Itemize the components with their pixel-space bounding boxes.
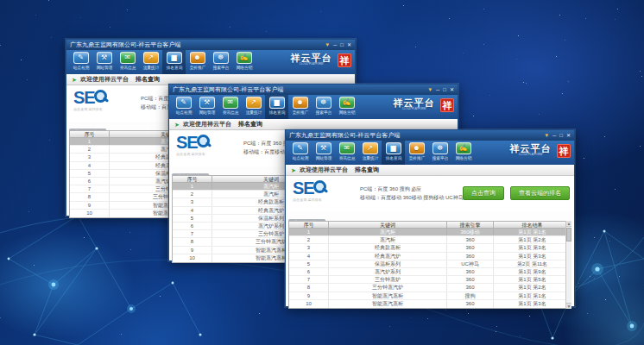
table-row[interactable]: 2蒸汽柜360第1页 第2名 — [289, 236, 571, 244]
window-titlebar[interactable]: 广东九鼎王监网有限公司-祥云平台客户端 ▼ ─ □ ✕ — [66, 40, 355, 50]
toolbar-item-news-info[interactable]: ✉资讯信息 — [218, 95, 242, 119]
close-button[interactable]: ✕ — [566, 132, 571, 139]
table-row[interactable]: 3经典款蒸柜360第1页 第3名 — [289, 244, 571, 252]
toolbar-item-site-check[interactable]: ✎站点检测 — [172, 95, 195, 119]
table-row[interactable]: 9智能蒸汽蒸柜搜狗第1页 第1名 — [289, 292, 571, 300]
window-title: 广东九鼎王监网有限公司-祥云平台客户端 — [289, 131, 540, 140]
brand-logo: 祥云平台 CLOUD PLATFORM 祥 — [390, 98, 454, 112]
toolbar-item-label: 流量统计 — [362, 155, 378, 161]
pencil-icon: ✎ — [176, 97, 192, 109]
app-window-front[interactable]: 广东九鼎王监网有限公司-祥云平台客户端 ▼ ─ □ ✕ ✎站点检测⚒网站管理✉资… — [285, 129, 575, 307]
window-titlebar[interactable]: 广东九鼎王监网有限公司-祥云平台客户端 ▼ ─ □ ✕ — [169, 85, 458, 95]
toolbar-item-news-info[interactable]: ✉资讯信息 — [335, 141, 358, 165]
brand-logo: 祥云平台 CLOUD PLATFORM 祥 — [507, 144, 571, 158]
table-cell: 9 — [173, 247, 212, 254]
window-titlebar[interactable]: 广东九鼎王监网有限公司-祥云平台客户端 ▼ ─ □ ✕ — [286, 130, 574, 141]
toolbar-item-news-info[interactable]: ✉资讯信息 — [116, 50, 139, 74]
toolbar-item-bid-promotion[interactable]: ☻竞价推广 — [405, 141, 428, 165]
table-row[interactable]: 5保温柜系列UC神马第2页 第11名 — [289, 260, 571, 268]
column-header[interactable]: 排名结果 — [494, 222, 571, 228]
window-controls: ▼ ─ □ ✕ — [321, 41, 351, 48]
table-row[interactable]: 7三分钟蒸炉360第1页 第5名 — [289, 276, 571, 284]
scroll-down-icon[interactable]: ▼ — [566, 303, 571, 309]
column-header[interactable]: 序号 — [70, 131, 110, 137]
brand-name: 祥云平台 — [287, 53, 335, 63]
toolbar-item-label: 流量统计 — [142, 65, 159, 71]
table-cell: 智能蒸汽蒸柜 — [329, 292, 447, 299]
table-row[interactable]: 8三分钟蒸汽炉360第1页 第2名 — [289, 284, 571, 292]
toolbar-item-bid-promotion[interactable]: ☻竞价推广 — [288, 95, 312, 119]
close-button[interactable]: ✕ — [347, 41, 351, 48]
close-button[interactable]: ✕ — [450, 86, 454, 93]
seo-wordmark: SE — [176, 133, 198, 152]
toolbar-item-search-platform[interactable]: ☸搜索平台 — [209, 50, 232, 74]
column-header[interactable]: 关键词 — [329, 222, 447, 228]
table-cell: 360 — [447, 276, 494, 283]
table-cell: 蒸汽炉系列 — [329, 268, 447, 275]
toolbar-item-label: 竞价推广 — [189, 65, 205, 71]
maximize-button[interactable]: □ — [340, 41, 344, 48]
toolbar-item-label: 搜索平台 — [432, 155, 448, 161]
bar-chart-icon: ▆ — [269, 97, 285, 109]
toolbar-item-site-manage[interactable]: ⚒网站管理 — [92, 50, 116, 74]
column-header[interactable]: 序号 — [173, 176, 212, 182]
toolbar-item-bid-promotion[interactable]: ☻竞价推广 — [186, 50, 209, 74]
section-title: 排名查询 — [238, 120, 262, 129]
maximize-button[interactable]: □ — [443, 86, 446, 93]
toolbar-item-traffic-stats[interactable]: ↗流量统计 — [358, 141, 382, 165]
toolbar-item-label: 资讯信息 — [338, 155, 355, 161]
toolbar-item-traffic-stats[interactable]: ↗流量统计 — [139, 50, 162, 74]
tools-icon: ⚒ — [97, 52, 112, 64]
toolbar-item-traffic-stats[interactable]: ↗流量统计 — [242, 95, 265, 119]
compass-icon: ☸ — [432, 142, 448, 154]
mouse-icon: ✍ — [456, 142, 471, 154]
table-row[interactable]: 4经典蒸汽炉360第1页 第3名 — [289, 253, 571, 260]
table-cell: 三分钟蒸炉 — [329, 276, 447, 283]
skin-button[interactable]: ▼ — [544, 132, 549, 139]
skin-button[interactable]: ▼ — [427, 86, 432, 93]
brand-subtitle: CLOUD PLATFORM — [300, 63, 323, 66]
query-button[interactable]: 点击查询 — [463, 186, 504, 200]
scrollbar-thumb[interactable] — [566, 228, 571, 242]
maximize-button[interactable]: □ — [559, 132, 563, 139]
brand-text: 祥云平台 CLOUD PLATFORM — [287, 53, 335, 67]
brand-name: 祥云平台 — [507, 144, 554, 154]
table-cell: 360 — [447, 253, 494, 260]
bar-chart-icon: ▆ — [386, 142, 401, 154]
scroll-up-icon[interactable]: ▲ — [566, 221, 571, 227]
table-row[interactable]: 10智能蒸汽蒸柜360第1页 第3名 — [289, 300, 571, 308]
minimize-button[interactable]: ─ — [436, 86, 439, 93]
toolbar-item-site-check[interactable]: ✎站点检测 — [69, 50, 92, 74]
toolbar-item-ranking-query[interactable]: ▆排名查询 — [382, 141, 405, 165]
toolbar-item-ranking-query[interactable]: ▆排名查询 — [162, 50, 186, 74]
toolbar-item-net-marketing[interactable]: ✍网络营销 — [335, 95, 358, 119]
brand-text: 祥云平台 CLOUD PLATFORM — [507, 144, 554, 158]
toolbar-item-site-manage[interactable]: ⚒网站管理 — [195, 95, 218, 119]
toolbar-item-search-platform[interactable]: ☸搜索平台 — [312, 95, 335, 119]
compass-icon: ☸ — [316, 97, 331, 109]
bar-chart-icon: ▆ — [167, 52, 182, 64]
table-row[interactable]: 6蒸汽炉系列360第1页 第9名 — [289, 268, 571, 276]
vertical-scrollbar[interactable]: ▲ ▼ — [565, 221, 571, 309]
table-cell: 3 — [70, 154, 110, 160]
toolbar-item-site-manage[interactable]: ⚒网站管理 — [312, 141, 335, 165]
toolbar-item-label: 竞价推广 — [292, 110, 308, 116]
column-header[interactable]: 搜索引擎 — [447, 222, 494, 228]
toolbar-item-search-platform[interactable]: ☸搜索平台 — [428, 141, 451, 165]
toolbar-item-ranking-query[interactable]: ▆排名查询 — [265, 95, 288, 119]
toolbar-item-net-marketing[interactable]: ✍网络营销 — [232, 50, 256, 74]
column-header[interactable]: 序号 — [289, 222, 329, 228]
results-tabstrip: 排名查询结果 — [286, 212, 574, 221]
window-title: 广东九鼎王监网有限公司-祥云平台客户端 — [70, 41, 321, 49]
toolbar-item-net-marketing[interactable]: ✍网络营销 — [451, 141, 475, 165]
minimize-button[interactable]: ─ — [333, 41, 337, 48]
toolbar-items: ✎站点检测⚒网站管理✉资讯信息↗流量统计▆排名查询☻竞价推广☸搜索平台✍网络营销 — [288, 141, 475, 165]
skin-button[interactable]: ▼ — [325, 41, 330, 48]
view-cloud-ranking-button[interactable]: 查看云端的排名 — [510, 186, 570, 200]
seo-logo: SE 点击查询 监控排名 — [293, 179, 336, 205]
minimize-button[interactable]: ─ — [552, 132, 556, 139]
pencil-icon: ✎ — [293, 142, 308, 154]
toolbar-item-site-check[interactable]: ✎站点检测 — [288, 141, 312, 165]
table-row[interactable]: 1蒸汽柜360移动第1页 第1名 — [289, 229, 571, 236]
results-table: 序号关键词搜索引擎排名结果 1蒸汽柜360移动第1页 第1名2蒸汽柜360第1页… — [288, 221, 571, 309]
